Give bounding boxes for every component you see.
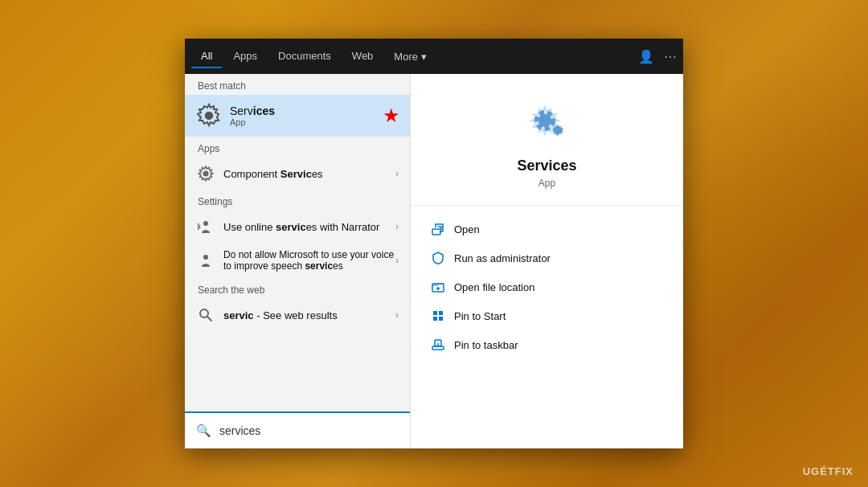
arrow-icon-3: › [395, 255, 399, 266]
best-match-item[interactable]: Services App ★ [185, 95, 410, 137]
admin-label: Run as administrator [454, 252, 551, 264]
gear-icon [196, 103, 222, 129]
svg-point-4 [203, 255, 208, 260]
apps-section-label: Apps [185, 137, 410, 158]
action-open-location[interactable]: Open file location [424, 273, 670, 301]
services-gear-icon [524, 101, 571, 143]
chevron-down-icon: ▾ [421, 51, 427, 63]
voice-settings-icon [198, 252, 214, 268]
search-bar[interactable]: 🔍 services [185, 411, 410, 448]
action-pin-start[interactable]: Pin to Start [424, 302, 670, 329]
voice-settings-label: Do not allow Microsoft to use your voice… [223, 249, 395, 272]
settings-section-label: Settings [185, 190, 410, 211]
shield-icon [432, 252, 444, 264]
person-icon[interactable]: 👤 [638, 49, 654, 64]
file-location-icon [432, 280, 444, 293]
best-match-sub: App [230, 117, 399, 127]
action-pin-taskbar[interactable]: Pin to taskbar [424, 331, 670, 358]
component-services-icon [196, 164, 215, 183]
open-arrow-icon [432, 223, 444, 235]
watermark-text: UGÉTFIX [803, 465, 854, 477]
svg-rect-14 [439, 311, 443, 315]
web-search-label: servic - See web results [223, 309, 395, 321]
narrator-settings-label: Use online services with Narrator [223, 221, 395, 233]
web-section-label: Search the web [185, 278, 410, 299]
best-match-text: Services App [230, 104, 399, 127]
search-bar-input[interactable]: services [219, 424, 260, 437]
tab-documents[interactable]: Documents [268, 45, 341, 68]
voice-settings-item[interactable]: Do not allow Microsoft to use your voice… [185, 243, 410, 278]
pin-taskbar-label: Pin to taskbar [454, 339, 518, 351]
content-area: Best match Services App [185, 74, 683, 448]
star-badge: ★ [383, 104, 400, 127]
arrow-icon-4: › [395, 309, 399, 321]
admin-icon [430, 250, 446, 266]
best-match-name: Services [230, 104, 399, 117]
arrow-icon: › [395, 168, 399, 179]
search-window: All Apps Documents Web More ▾ 👤 ⋯ Best m… [185, 39, 683, 448]
narrator-settings-item[interactable]: Use online services with Narrator › [185, 211, 410, 243]
svg-point-3 [203, 221, 208, 226]
open-location-label: Open file location [454, 281, 534, 293]
svg-rect-11 [432, 229, 440, 235]
pin-taskbar-icon [430, 337, 446, 353]
component-services-label: Component Services [223, 168, 395, 180]
pin-start-label: Pin to Start [454, 310, 506, 322]
voice-icon [196, 251, 215, 270]
right-panel-title: Services [517, 158, 576, 174]
action-open[interactable]: Open [424, 215, 670, 243]
services-icon-small [196, 103, 222, 129]
right-actions: Open Run as administrator [411, 206, 683, 368]
folder-icon [430, 279, 446, 295]
best-match-label: Best match [185, 74, 410, 95]
narrator-settings-icon [198, 219, 214, 235]
component-services-item[interactable]: Component Services › [185, 158, 410, 190]
svg-point-2 [203, 171, 209, 177]
taskbar-pin-icon [432, 338, 444, 351]
tab-all[interactable]: All [191, 45, 222, 68]
more-options-icon[interactable]: ⋯ [664, 49, 677, 64]
nav-actions: 👤 ⋯ [638, 49, 677, 64]
svg-rect-16 [439, 317, 443, 321]
pin-icon [432, 309, 444, 322]
services-icon-large [523, 98, 571, 146]
nav-bar: All Apps Documents Web More ▾ 👤 ⋯ [185, 39, 683, 74]
narrator-icon [196, 217, 215, 236]
right-app-header: Services App [411, 74, 683, 206]
tab-apps[interactable]: Apps [223, 45, 267, 68]
right-panel: Services App Open [410, 74, 683, 448]
arrow-icon-2: › [395, 221, 399, 232]
right-panel-subtitle: App [538, 178, 555, 189]
svg-rect-15 [433, 317, 437, 321]
tab-web[interactable]: Web [342, 45, 383, 68]
nav-tabs: All Apps Documents Web More ▾ [191, 45, 638, 68]
web-search-item[interactable]: servic - See web results › [185, 299, 410, 331]
search-icon [196, 305, 215, 325]
tab-more[interactable]: More ▾ [384, 46, 436, 68]
svg-rect-13 [433, 311, 437, 315]
svg-line-6 [207, 317, 211, 321]
open-icon [430, 221, 446, 237]
action-run-admin[interactable]: Run as administrator [424, 244, 670, 272]
gear-small-icon [198, 166, 214, 182]
pin-start-icon [430, 308, 446, 324]
open-label: Open [454, 223, 480, 235]
search-magnify-icon [199, 308, 213, 322]
left-panel: Best match Services App [185, 74, 410, 448]
search-bar-icon: 🔍 [196, 424, 211, 438]
